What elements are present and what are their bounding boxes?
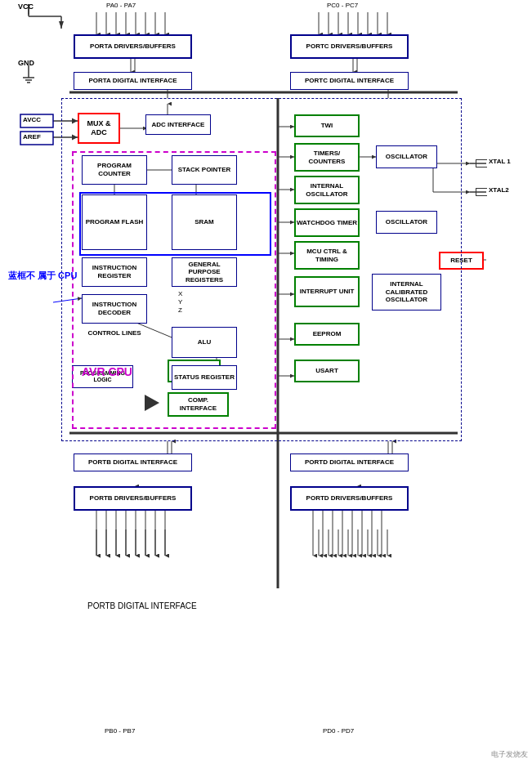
portc-drivers-block: PORTC DRIVERS/BUFFERS	[290, 34, 409, 59]
aref-label: AREF	[23, 133, 41, 141]
program-flash-block: PROGRAM FLASH	[82, 194, 147, 250]
portb-drivers-block: PORTB DRIVERS/BUFFERS	[74, 486, 192, 511]
vcc-label: VCC	[18, 2, 34, 11]
alu-block: ALU	[172, 327, 237, 358]
y-label: Y	[178, 298, 182, 306]
stack-pointer-block: STACK POINTER	[172, 155, 237, 185]
program-counter-block: PROGRAM COUNTER	[82, 155, 147, 185]
portb-digital-block: PORTB DIGITAL INTERFACE	[74, 453, 192, 471]
pd-range-label: PD0 - PD7	[323, 727, 354, 735]
avcc-label: AVCC	[23, 116, 41, 123]
x-label: X	[178, 290, 182, 297]
blue-annotation-text: 蓝框不 属于 CPU	[8, 270, 77, 281]
instruction-decoder-block: INSTRUCTION DECODER	[82, 294, 147, 324]
avr-cpu-label: AVR CPU	[82, 365, 132, 378]
gp-registers-block: GENERAL PURPOSE REGISTERS	[172, 257, 237, 287]
sram-block: SRAM	[172, 194, 237, 250]
pc-range-label: PC0 - PC7	[327, 2, 358, 9]
portd-digital-block: PORTD DIGITAL INTERFACE	[290, 453, 409, 471]
portd-drivers-block: PORTD DRIVERS/BUFFERS	[290, 486, 409, 511]
xtal1-symbol	[476, 159, 487, 168]
status-register-block: STATUS REGISTER	[172, 365, 237, 390]
pb-arrows-svg	[74, 511, 192, 560]
diagram-container: VCC GND PA0 - PA7 PC0 - PC7 PORTA DRIVER…	[0, 0, 532, 764]
xtal2-symbol	[476, 188, 487, 196]
porte-digital-label: PORTB DIGITAL INTERFACE	[87, 601, 197, 610]
xtal2-label: XTAL2	[489, 186, 509, 194]
control-lines-label: CONTROL LINES	[82, 329, 147, 337]
gnd-label: GND	[18, 59, 34, 67]
watermark: 电子发烧友	[491, 749, 528, 760]
z-label: Z	[178, 306, 182, 314]
pb-range-label: PB0 - PB7	[105, 727, 135, 735]
portc-digital-block: PORTC DIGITAL INTERFACE	[290, 72, 409, 90]
xtal1-label: XTAL 1	[489, 158, 511, 165]
pd-arrows-svg	[290, 511, 409, 560]
porta-drivers-block: PORTA DRIVERS/BUFFERS	[74, 34, 192, 59]
pa-range-label: PA0 - PA7	[106, 2, 136, 9]
porta-digital-block: PORTA DIGITAL INTERFACE	[74, 72, 192, 90]
instruction-register-block: INSTRUCTION REGISTER	[82, 257, 147, 287]
